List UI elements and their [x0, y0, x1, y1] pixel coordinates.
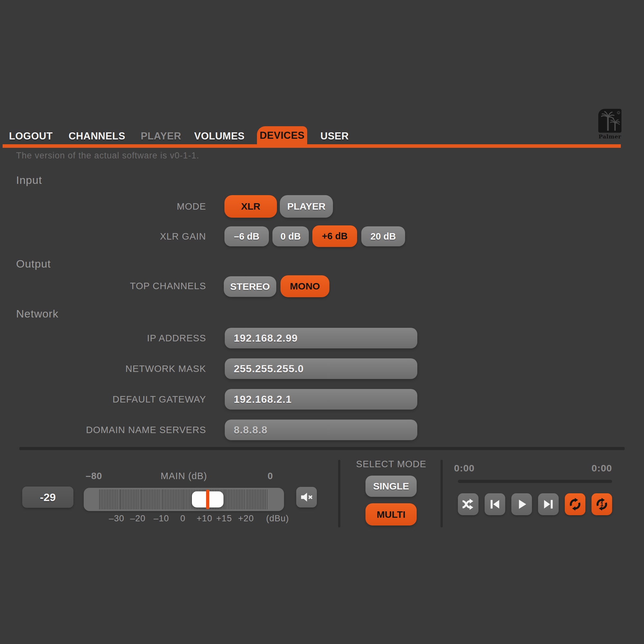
select-mode-single-button[interactable]: SINGLE: [365, 476, 417, 497]
top-channels-stereo-button[interactable]: STEREO: [224, 276, 276, 297]
mode-xlr-button[interactable]: XLR: [224, 195, 277, 218]
repeat-one-button[interactable]: 1: [592, 493, 612, 515]
previous-track-icon: [488, 498, 501, 511]
nav-player[interactable]: PLAYER: [141, 129, 181, 143]
ip-address-field[interactable]: [225, 328, 417, 348]
nav-accent-bar: [3, 144, 621, 148]
stereo-label: STEREO: [230, 281, 270, 292]
mode-player-label: PLAYER: [287, 201, 326, 212]
top-channels-label: TOP CHANNELS: [0, 281, 206, 291]
scale-label-plus10: +10: [197, 514, 213, 524]
nav-user[interactable]: USER: [320, 129, 349, 143]
xlr-gain-0-label: 0 dB: [280, 231, 301, 242]
default-gateway-label: DEFAULT GATEWAY: [0, 394, 206, 405]
footer-vertical-divider-left: [338, 460, 340, 527]
scale-label-plus15: +15: [216, 514, 232, 524]
next-track-icon: [542, 498, 555, 511]
top-channels-mono-button[interactable]: MONO: [280, 275, 329, 297]
ip-address-label: IP ADDRESS: [0, 333, 206, 344]
svg-text:1: 1: [600, 501, 603, 507]
mode-label: MODE: [0, 201, 206, 212]
main-volume-slider-track[interactable]: [84, 488, 284, 511]
xlr-gain-minus6-button[interactable]: –6 dB: [224, 226, 269, 246]
mode-xlr-label: XLR: [241, 201, 260, 212]
palmer-logo: R Palmer: [598, 109, 622, 140]
xlr-gain-minus6-label: –6 dB: [234, 231, 260, 242]
previous-track-button[interactable]: [485, 493, 505, 515]
nav-logout[interactable]: LOGOUT: [9, 129, 53, 143]
default-gateway-field[interactable]: [225, 389, 417, 410]
nav-player-label: PLAYER: [141, 130, 181, 142]
slider-tick-marks: [99, 489, 267, 509]
select-mode-label: SELECT MODE: [354, 459, 428, 469]
speaker-muted-icon: [300, 491, 313, 503]
scale-label-0: 0: [180, 514, 185, 524]
mono-label: MONO: [290, 281, 320, 292]
palm-trees-icon: R: [598, 109, 621, 133]
section-title-input: Input: [16, 174, 42, 186]
devices-page: LOGOUT CHANNELS PLAYER VOLUMES DEVICES U…: [0, 0, 644, 644]
single-label: SINGLE: [373, 481, 409, 492]
nav-user-label: USER: [320, 130, 349, 142]
main-volume-value: -29: [22, 487, 73, 508]
select-mode-multi-button[interactable]: MULTI: [365, 503, 417, 526]
player-total-time: 0:00: [587, 463, 612, 474]
nav-logout-label: LOGOUT: [9, 130, 53, 142]
svg-text:R: R: [618, 112, 620, 114]
next-track-button[interactable]: [538, 493, 559, 515]
shuffle-button[interactable]: [458, 493, 478, 515]
scale-label-dbu: (dBu): [266, 514, 289, 524]
footer-divider: [19, 447, 625, 450]
volume-max-label: 0: [268, 471, 273, 481]
nav-devices-active-tab[interactable]: DEVICES: [257, 126, 307, 145]
slider-thumb-marker: [206, 490, 209, 509]
footer-vertical-divider-right: [440, 460, 443, 527]
repeat-button[interactable]: [565, 493, 585, 515]
xlr-gain-plus6-button[interactable]: +6 dB: [312, 225, 357, 247]
xlr-gain-label: XLR GAIN: [0, 231, 206, 242]
xlr-gain-plus6-label: +6 dB: [322, 231, 348, 241]
repeat-one-icon: 1: [595, 497, 609, 511]
scale-label-minus30: –30: [109, 514, 124, 524]
nav-channels[interactable]: CHANNELS: [69, 129, 125, 143]
repeat-icon: [568, 497, 582, 511]
xlr-gain-0-button[interactable]: 0 dB: [272, 226, 309, 246]
play-icon: [515, 498, 528, 511]
nav-channels-label: CHANNELS: [69, 130, 125, 142]
nav-devices-label: DEVICES: [260, 130, 305, 141]
play-button[interactable]: [511, 493, 532, 515]
xlr-gain-20-button[interactable]: 20 dB: [361, 226, 405, 246]
scale-label-minus10: –10: [154, 514, 169, 524]
domain-name-servers-label: DOMAIN NAME SERVERS: [0, 425, 206, 435]
mode-player-button[interactable]: PLAYER: [280, 195, 333, 218]
network-mask-field[interactable]: [225, 358, 417, 379]
palmer-logo-mark: R: [598, 109, 621, 133]
nav-volumes-label: VOLUMES: [194, 130, 245, 142]
mute-button[interactable]: [296, 487, 317, 507]
xlr-gain-20-label: 20 dB: [371, 231, 396, 242]
player-progress-bar[interactable]: [458, 480, 612, 483]
volume-min-label: –80: [86, 471, 102, 481]
palmer-wordmark: Palmer: [598, 133, 621, 140]
scale-label-plus20: +20: [238, 514, 254, 524]
scale-label-minus20: –20: [130, 514, 146, 524]
volume-title: MAIN (dB): [136, 471, 232, 481]
nav-volumes[interactable]: VOLUMES: [194, 129, 245, 143]
shuffle-icon: [461, 497, 475, 511]
network-mask-label: NETWORK MASK: [0, 364, 206, 374]
player-elapsed-time: 0:00: [454, 463, 475, 474]
section-title-output: Output: [16, 258, 51, 270]
main-volume-value-text: -29: [40, 491, 56, 504]
section-title-network: Network: [16, 308, 59, 320]
multi-label: MULTI: [377, 509, 405, 520]
domain-name-servers-field[interactable]: [225, 420, 417, 440]
software-version-text: The version of the actual software is v0…: [16, 151, 199, 161]
